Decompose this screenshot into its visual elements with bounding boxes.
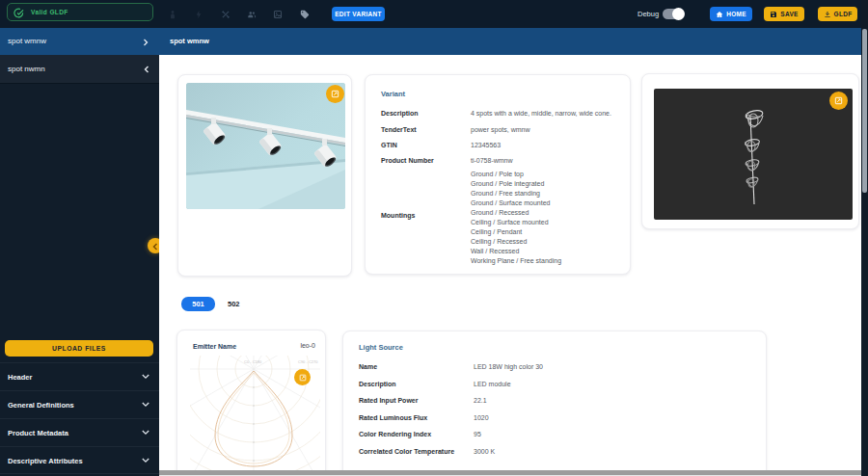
svg-text:C0 - C180: C0 - C180 bbox=[244, 359, 262, 364]
svg-text:C90 - C270: C90 - C270 bbox=[298, 359, 318, 364]
